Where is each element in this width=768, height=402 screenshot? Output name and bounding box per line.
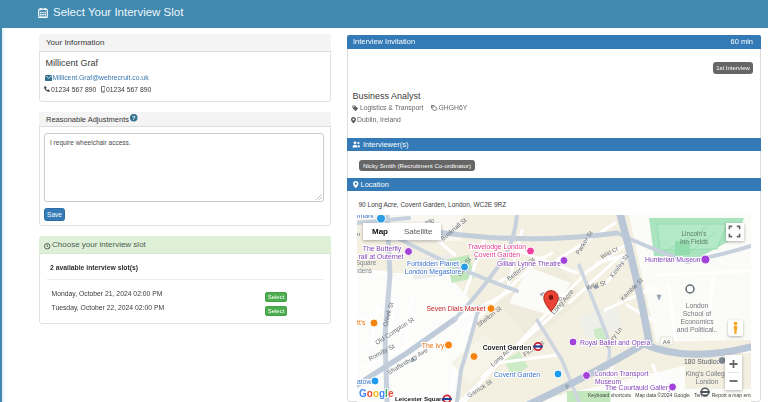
svg-text:A4: A4: [663, 339, 671, 345]
svg-text:n: n: [357, 231, 360, 237]
svg-text:180 Studios: 180 Studios: [684, 358, 721, 365]
svg-text:The Ivy: The Ivy: [422, 342, 445, 350]
svg-text:King's College: King's College: [685, 370, 728, 378]
svg-text:Economics: Economics: [680, 318, 714, 325]
svg-text:and Political..: and Political..: [677, 326, 718, 333]
svg-text:rail at Outernet: rail at Outernet: [359, 253, 404, 260]
svg-text:Leicester Square: Leicester Square: [395, 395, 445, 402]
svg-text:Hunterian Museum: Hunterian Museum: [645, 256, 703, 263]
svg-text:School of: School of: [683, 310, 711, 317]
svg-text:imark: imark: [357, 215, 374, 219]
svg-text:tt's: tt's: [357, 319, 366, 326]
svg-text:?: ?: [132, 115, 136, 121]
svg-text:Covent Garden: Covent Garden: [494, 371, 540, 378]
svg-text:London: London: [686, 302, 709, 309]
svg-text:Gillian Lynne Theatre: Gillian Lynne Theatre: [497, 260, 561, 268]
svg-text:Travelodge London: Travelodge London: [468, 243, 527, 251]
svg-text:Forbidden Planet: Forbidden Planet: [407, 260, 459, 267]
svg-text:Square: Square: [357, 259, 377, 267]
svg-text:Lincoln's: Lincoln's: [681, 230, 707, 237]
svg-text:Google: Google: [359, 388, 394, 399]
svg-text:Seven Dials Market: Seven Dials Market: [427, 305, 486, 312]
svg-text:Parker St: Parker St: [574, 229, 594, 255]
svg-text:The Butterfly: The Butterfly: [363, 245, 402, 253]
svg-text:Wild St: Wild St: [585, 279, 606, 291]
svg-text:The Courtauld Gallery: The Courtauld Gallery: [605, 384, 672, 392]
svg-text:Inn Fields: Inn Fields: [680, 238, 709, 245]
svg-text:Covent Garden: Covent Garden: [483, 344, 532, 351]
svg-text:London Megastore: London Megastore: [405, 268, 462, 276]
svg-text:Royal Ballet and Opera: Royal Ballet and Opera: [580, 339, 650, 347]
svg-text:London: London: [696, 378, 719, 385]
svg-text:Covent Garden: Covent Garden: [474, 251, 520, 258]
svg-text:London Transport: London Transport: [595, 370, 648, 378]
svg-text:Keyboard shortcuts Map data: Keyboard shortcuts Map data ©2024 Google…: [588, 392, 751, 398]
svg-text:rdens: rdens: [357, 267, 372, 274]
